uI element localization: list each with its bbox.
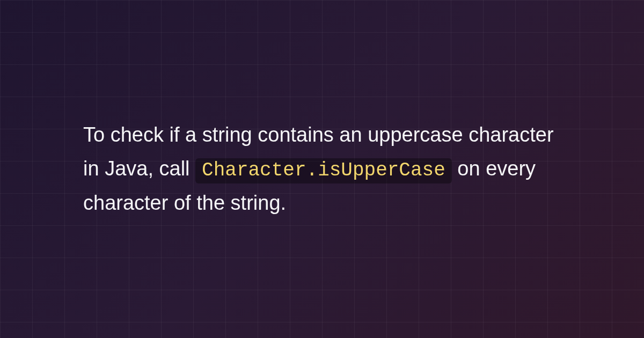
code-snippet: Character.isUpperCase — [195, 158, 452, 183]
description-text: To check if a string contains an upperca… — [83, 118, 561, 220]
